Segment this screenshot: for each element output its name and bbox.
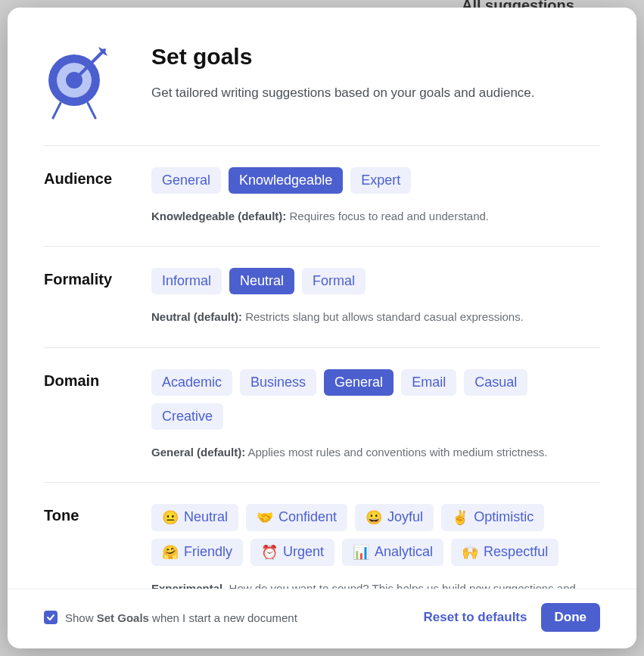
tone-option-joyful[interactable]: 😀Joyful	[355, 504, 434, 531]
tone-option-confident[interactable]: 🤝Confident	[246, 504, 347, 531]
alarm-clock-icon: ⏰	[261, 544, 278, 561]
audience-label: Audience	[44, 167, 112, 188]
check-icon	[46, 613, 55, 622]
audience-description: Knowledgeable (default): Requires focus …	[151, 207, 600, 225]
show-on-start-option[interactable]: Show Set Goals when I start a new docume…	[44, 611, 297, 624]
victory-hand-icon: ✌️	[452, 509, 468, 526]
svg-line-3	[53, 103, 61, 118]
tone-section: Tone 😐Neutral 🤝Confident 😀Joyful ✌️Optim…	[44, 483, 600, 589]
domain-option-email[interactable]: Email	[401, 369, 456, 396]
domain-option-creative[interactable]: Creative	[151, 403, 223, 430]
domain-description: General (default): Applies most rules an…	[151, 443, 600, 461]
tone-option-friendly[interactable]: 🤗Friendly	[151, 539, 243, 566]
tone-option-analytical[interactable]: 📊Analytical	[342, 539, 443, 566]
show-on-start-label: Show Set Goals when I start a new docume…	[65, 611, 297, 624]
svg-line-4	[88, 103, 95, 118]
modal-header: Set goals Get tailored writing suggestio…	[44, 44, 600, 146]
formality-option-neutral[interactable]: Neutral	[229, 268, 294, 294]
formality-label: Formality	[44, 268, 112, 288]
show-on-start-checkbox[interactable]	[44, 611, 58, 624]
modal-body: Set goals Get tailored writing suggestio…	[8, 8, 636, 589]
handshake-icon: 🤝	[257, 509, 273, 526]
tone-option-respectful[interactable]: 🙌Respectful	[451, 539, 558, 566]
formality-section: Formality Informal Neutral Formal Neutra…	[44, 247, 600, 347]
tone-option-optimistic[interactable]: ✌️Optimistic	[441, 504, 544, 531]
domain-option-general[interactable]: General	[324, 369, 394, 396]
hugging-face-icon: 🤗	[162, 544, 179, 561]
modal-footer: Show Set Goals when I start a new docume…	[8, 589, 636, 648]
domain-section: Domain Academic Business General Email C…	[44, 348, 600, 483]
raised-hands-icon: 🙌	[462, 544, 478, 561]
audience-option-expert[interactable]: Expert	[350, 167, 411, 194]
tone-description: Experimental. How do you want to sound? …	[151, 580, 600, 589]
target-icon	[44, 44, 112, 123]
formality-option-informal[interactable]: Informal	[151, 268, 222, 294]
audience-option-general[interactable]: General	[151, 167, 221, 194]
tone-option-urgent[interactable]: ⏰Urgent	[250, 539, 334, 566]
tone-option-neutral[interactable]: 😐Neutral	[151, 504, 238, 531]
modal-title: Set goals	[151, 44, 600, 70]
domain-option-casual[interactable]: Casual	[464, 369, 527, 396]
grinning-face-icon: 😀	[366, 509, 382, 526]
domain-label: Domain	[44, 369, 112, 390]
tone-label: Tone	[44, 504, 112, 524]
done-button[interactable]: Done	[541, 603, 601, 632]
bar-chart-icon: 📊	[353, 544, 369, 561]
audience-section: Audience General Knowledgeable Expert Kn…	[44, 146, 600, 247]
domain-option-business[interactable]: Business	[240, 369, 316, 396]
reset-to-defaults-button[interactable]: Reset to defaults	[424, 610, 527, 625]
domain-option-academic[interactable]: Academic	[151, 369, 232, 396]
formality-description: Neutral (default): Restricts slang but a…	[151, 308, 600, 325]
modal-subtitle: Get tailored writing suggestions based o…	[151, 83, 600, 103]
audience-option-knowledgeable[interactable]: Knowledgeable	[229, 167, 343, 194]
neutral-face-icon: 😐	[162, 509, 179, 526]
set-goals-modal: Set goals Get tailored writing suggestio…	[8, 8, 636, 648]
formality-option-formal[interactable]: Formal	[302, 268, 366, 294]
